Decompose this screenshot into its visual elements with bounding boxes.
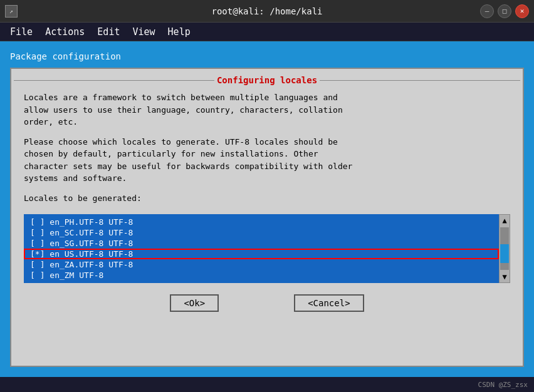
scroll-track [500,227,509,270]
scroll-up-arrow[interactable]: ▲ [500,215,510,226]
dialog-title: Configuring locales [217,75,317,85]
title-line-right [320,80,520,81]
dialog-buttons: <Ok> <Cancel> [11,283,523,321]
title-bar-left: ↗ [5,5,18,18]
main-area: Package configuration Configuring locale… [0,41,534,377]
bottom-bar: CSDN @ZS_zsx [0,377,534,392]
scrollbar[interactable]: ▲ ▼ [499,214,510,283]
menu-file[interactable]: File [5,25,38,39]
list-item[interactable]: [ ] en_SC.UTF-8 UTF-8 [24,227,499,238]
terminal-icon: ↗ [5,5,18,18]
scroll-down-arrow[interactable]: ▼ [500,271,510,282]
window-controls: – □ ✕ [480,4,529,18]
ok-button[interactable]: <Ok> [170,294,219,312]
package-config-label: Package configuration [10,51,524,61]
menu-bar: File Actions Edit View Help [0,23,534,41]
scroll-thumb [500,244,509,263]
locales-label: Locales to be generated: [24,192,510,205]
list-item[interactable]: [ ] en_ZA.UTF-8 UTF-8 [24,259,499,270]
title-bar: ↗ root@kali: /home/kali – □ ✕ [0,0,534,23]
list-item[interactable]: [ ] en_SG.UTF-8 UTF-8 [24,238,499,249]
locale-listbox[interactable]: [ ] en_PH.UTF-8 UTF-8[ ] en_SC.UTF-8 UTF… [24,214,499,283]
list-item[interactable]: [ ] en_ZM UTF-8 [24,270,499,281]
menu-actions[interactable]: Actions [40,25,90,39]
dialog-title-bar: Configuring locales [11,75,523,85]
close-button[interactable]: ✕ [515,4,529,18]
menu-edit[interactable]: Edit [92,25,125,39]
dialog: Configuring locales Locales are a framew… [10,68,524,367]
maximize-button[interactable]: □ [498,4,511,18]
list-item[interactable]: [*] en_US.UTF-8 UTF-8 [24,249,499,259]
list-item[interactable]: [ ] en_PH.UTF-8 UTF-8 [24,217,499,227]
menu-help[interactable]: Help [163,25,196,39]
window-title: root@kali: /home/kali [211,6,322,16]
cancel-button[interactable]: <Cancel> [294,294,364,312]
listbox-container: [ ] en_PH.UTF-8 UTF-8[ ] en_SC.UTF-8 UTF… [24,214,510,283]
description-1: Locales are a framework to switch betwee… [24,91,510,128]
minimize-button[interactable]: – [480,4,494,18]
dialog-body: Locales are a framework to switch betwee… [11,85,523,214]
title-line-left [14,80,214,81]
watermark-text: CSDN @ZS_zsx [478,381,528,389]
description-2: Please choose which locales to generate.… [24,136,510,185]
menu-view[interactable]: View [127,25,160,39]
